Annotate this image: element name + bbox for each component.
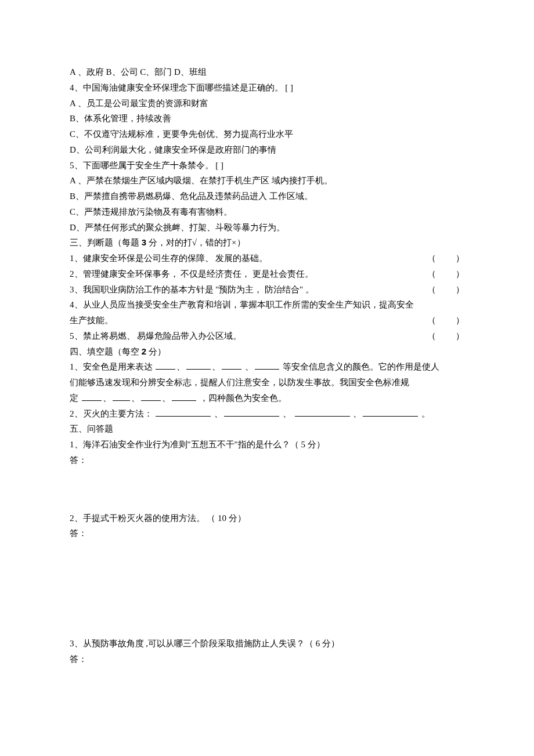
fib-heading-score: 2 xyxy=(142,346,146,356)
fib-q1-d-pre: 定 xyxy=(70,393,81,403)
blank xyxy=(295,408,350,417)
tf-q3-row: 3、我国职业病防治工作的基本方针是 "预防为主， 防治结合" 。 （ ） xyxy=(70,283,464,297)
fib-q2-pre: 2、灭火的主要方法： xyxy=(70,409,154,418)
fib-q1-pre: 1、安全色是用来表达 xyxy=(70,362,154,371)
tf-q2-bracket: （ ） xyxy=(427,267,464,281)
tf-q4-line1: 4、从业人员应当接受安全生产教育和培训，掌握本职工作所需的安全生产知识，提高安全 xyxy=(70,298,464,312)
tf-q1-row: 1、健康安全环保是公司生存的保障、 发展的基础。 （ ） xyxy=(70,251,464,266)
tf-q1-bracket: （ ） xyxy=(427,251,464,266)
mc-q3-options: A 、政府 B、公司 C、部门 D、班组 xyxy=(70,65,464,79)
sa-q1-ans: 答： xyxy=(70,453,464,468)
mc-q4-stem: 4、中国海油健康安全环保理念下面哪些描述是正确的。 [ ] xyxy=(70,81,464,95)
mc-q5-opt-d: D、严禁任何形式的聚众挑衅、打架、斗殴等暴力行为。 xyxy=(70,220,464,235)
mc-q5-opt-a: A 、严禁在禁烟生产区域内吸烟、在禁打手机生产区 域内接打手机。 xyxy=(70,173,464,188)
tf-q4-line2: 生产技能。 xyxy=(70,313,427,328)
blank xyxy=(255,361,279,370)
fib-q1-mid: 等安全信息含义的颜色。它的作用是使人 xyxy=(283,362,439,371)
fib-q2-post: 。 xyxy=(421,409,430,418)
tf-q5: 5、禁止将易燃、 易爆危险品带入办公区域。 xyxy=(70,329,427,343)
sa-q1: 1、海洋石油安全作业行为准则"五想五不干"指的是什么？（ 5 分） xyxy=(70,437,464,452)
blank xyxy=(156,361,175,370)
sa-q3-ans: 答： xyxy=(70,652,464,667)
document-page: A 、政府 B、公司 C、部门 D、班组 4、中国海油健康安全环保理念下面哪些描… xyxy=(0,0,534,703)
sa-q3: 3、从预防事故角度 ,可以从哪三个阶段采取措施防止人失误？（ 6 分） xyxy=(70,636,464,651)
tf-q4-row2: 生产技能。 （ ） xyxy=(70,313,464,328)
blank xyxy=(186,361,211,370)
blank xyxy=(172,392,196,401)
mc-q5-opt-c: C、严禁违规排放污染物及有毒有害物料。 xyxy=(70,205,464,219)
fib-q1-line2: 们能够迅速发现和分辨安全标志，提醒人们注意安全，以防发生事故。我国安全色标准规 xyxy=(70,375,464,390)
sa-heading: 五、问答题 xyxy=(70,422,464,436)
fib-q1-line3: 定 、、、 ，四种颜色为安全色。 xyxy=(70,391,464,406)
tf-heading-score: 3 xyxy=(142,237,146,247)
fib-heading-post: 分） xyxy=(146,347,166,356)
tf-q1: 1、健康安全环保是公司生存的保障、 发展的基础。 xyxy=(70,251,427,266)
mc-q4-opt-a: A 、员工是公司最宝贵的资源和财富 xyxy=(70,96,464,111)
tf-heading-post: 分，对的打√，错的打×） xyxy=(146,238,245,247)
blank xyxy=(222,361,241,370)
mc-q4-opt-b: B、体系化管理，持续改善 xyxy=(70,111,464,126)
mc-q5-stem: 5、下面哪些属于安全生产十条禁令。 [ ] xyxy=(70,158,464,173)
blank xyxy=(113,392,130,401)
tf-q5-bracket: （ ） xyxy=(427,329,464,343)
blank xyxy=(156,408,211,417)
tf-q2-row: 2、管理健康安全环保事务， 不仅是经济责任， 更是社会责任。 （ ） xyxy=(70,267,464,281)
tf-heading-pre: 三、判断题（每题 xyxy=(70,238,142,247)
sa-q2-ans: 答： xyxy=(70,526,464,541)
tf-q5-row: 5、禁止将易燃、 易爆危险品带入办公区域。 （ ） xyxy=(70,329,464,343)
tf-q3-bracket: （ ） xyxy=(427,283,464,297)
fib-q1-line1: 1、安全色是用来表达 、、 、 等安全信息含义的颜色。它的作用是使人 xyxy=(70,360,464,374)
fib-heading-pre: 四、填空题（每空 xyxy=(70,347,142,356)
tf-q3: 3、我国职业病防治工作的基本方针是 "预防为主， 防治结合" 。 xyxy=(70,283,427,297)
tf-q4-bracket: （ ） xyxy=(427,313,464,328)
blank xyxy=(82,392,102,401)
mc-q4-opt-c: C、不仅遵守法规标准，更要争先创优、努力提高行业水平 xyxy=(70,127,464,142)
fib-q2: 2、灭火的主要方法： 、 、 、 。 xyxy=(70,407,464,421)
tf-q2: 2、管理健康安全环保事务， 不仅是经济责任， 更是社会责任。 xyxy=(70,267,427,281)
fib-q1-d-post: ，四种颜色为安全色。 xyxy=(200,393,287,403)
mc-q5-opt-b: B、严禁擅自携带易燃易爆、危化品及违禁药品进入 工作区域。 xyxy=(70,189,464,204)
blank xyxy=(141,392,161,401)
blank xyxy=(363,408,418,417)
blank xyxy=(224,408,279,417)
mc-q4-opt-d: D、公司利润最大化，健康安全环保是政府部门的事情 xyxy=(70,143,464,157)
tf-heading: 三、判断题（每题 3 分，对的打√，错的打×） xyxy=(70,236,464,250)
fib-heading: 四、填空题（每空 2 分） xyxy=(70,345,464,359)
sa-q2: 2、手提式干粉灭火器的使用方法。 （ 10 分） xyxy=(70,511,464,526)
